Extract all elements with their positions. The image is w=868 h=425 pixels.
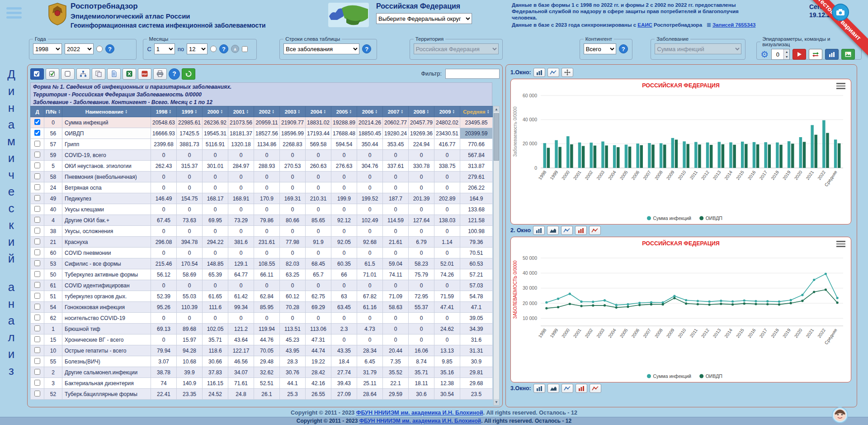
row-checkbox[interactable] [34, 184, 40, 190]
row-checkbox[interactable] [34, 173, 40, 179]
row-checkbox[interactable] [34, 206, 40, 212]
window3-red-bar-chart-button[interactable] [576, 384, 587, 393]
year-to-select[interactable]: 2022 [65, 43, 94, 54]
table-refresh-button[interactable] [182, 68, 195, 80]
pdf-export-button[interactable]: PDF [138, 68, 151, 80]
column-header[interactable]: П/№▲▼ [44, 106, 62, 117]
gear-icon[interactable]: ⚙ [760, 50, 769, 59]
scroll-up-icon[interactable]: ▲ [494, 106, 499, 112]
window3-red-line-chart-button[interactable] [590, 384, 601, 393]
years-mode-radio[interactable] [96, 46, 103, 52]
row-checkbox[interactable] [34, 239, 40, 244]
institute-link[interactable]: ФБУН ННИИЭМ им. академика И.Н. Блохиной [356, 410, 483, 416]
window2-area-chart-button[interactable] [547, 226, 559, 235]
column-header[interactable]: 2007▲▼ [383, 106, 409, 117]
table-row[interactable]: 40Укусы клещами000000000000133.68 [31, 204, 493, 215]
row-checkbox[interactable] [34, 141, 40, 147]
row-checkbox[interactable] [34, 260, 40, 266]
table-filter-input[interactable] [445, 69, 500, 79]
scrollbar-thumb[interactable] [494, 113, 499, 161]
window2-red-line-chart-button[interactable] [589, 226, 601, 235]
table-row[interactable]: 52Туберк.бациллярные формы22.4123.3524.5… [31, 389, 493, 400]
tree-view-button[interactable] [76, 68, 90, 80]
month-to-select[interactable]: 12 [187, 43, 208, 54]
table-row[interactable]: 15Хронические ВГ - всего015.9735.7143.64… [31, 334, 493, 345]
window3-bar-chart-button[interactable] [533, 384, 545, 393]
row-checkbox[interactable] [34, 293, 40, 299]
row-checkbox[interactable] [34, 358, 40, 364]
column-header[interactable]: 2005▲▼ [331, 106, 357, 117]
row-checkbox[interactable] [34, 282, 40, 288]
rows-help-icon[interactable]: ? [362, 44, 371, 53]
contingent-select[interactable]: Всего [584, 43, 616, 54]
report-button[interactable] [107, 68, 121, 80]
table-row[interactable]: 49Педикулез146.49154.75168.17168.91170.9… [31, 193, 493, 204]
row-checkbox[interactable] [34, 119, 40, 125]
row-checkbox[interactable] [34, 315, 40, 320]
check-rows-button[interactable] [46, 68, 59, 80]
chart2-menu-icon[interactable] [836, 241, 845, 248]
table-row[interactable]: 53Сифилис - все формы215.46170.54148.851… [31, 258, 493, 269]
epid-counter-input[interactable] [772, 49, 783, 59]
table-scrollbar[interactable]: ▲ ▼ [493, 106, 500, 406]
row-checkbox[interactable] [34, 162, 40, 168]
row-checkbox[interactable] [34, 152, 40, 158]
table-row[interactable]: 54Гонококковая инфекция95.26110.39111.69… [31, 302, 493, 313]
row-checkbox[interactable] [34, 369, 40, 375]
column-header[interactable]: 2000▲▼ [203, 106, 228, 117]
row-checkbox[interactable] [34, 271, 40, 277]
records-count-link[interactable]: Записей 7655343 [712, 22, 755, 28]
column-header[interactable]: 2001▲▼ [228, 106, 254, 117]
row-checkbox[interactable] [34, 195, 40, 201]
column-header[interactable]: 2002▲▼ [254, 106, 280, 117]
epid-spinner[interactable]: ▲▼ [783, 49, 789, 59]
row-checkbox[interactable] [34, 380, 40, 386]
window2-red-bar-chart-button[interactable] [575, 226, 587, 235]
row-checkbox[interactable] [34, 249, 40, 255]
select-all-button[interactable] [30, 68, 44, 80]
row-checkbox[interactable] [34, 228, 40, 234]
table-row[interactable]: 58Пневмония (внебольничная)0000000000002… [31, 172, 493, 182]
assistant-avatar[interactable] [832, 407, 848, 423]
table-row[interactable]: 5ОКИ неустанов. этиологии262.43315.37301… [31, 161, 493, 172]
disease-select[interactable]: Сумма инфекций [655, 43, 741, 54]
column-header[interactable]: Наименование▲▼ [62, 106, 151, 117]
window3-line-chart-button[interactable] [561, 384, 573, 393]
window1-move-button[interactable] [561, 68, 573, 77]
table-row[interactable]: 55Болезнь(ВИЧ)3.0710.6830.6646.5629.4828… [31, 356, 493, 367]
column-header[interactable]: 2004▲▼ [306, 106, 331, 117]
column-header[interactable]: 2008▲▼ [409, 106, 434, 117]
diseases-filter-select[interactable]: Все заболевания [283, 43, 359, 54]
column-header[interactable]: 2006▲▼ [357, 106, 383, 117]
table-row[interactable]: 56ОИВДП16666.9317425.519545.3118181.3718… [31, 128, 493, 139]
table-row[interactable]: 62носительство COVID-1900000000000039.05 [31, 313, 493, 324]
institute-link-strip[interactable]: ФБУН ННИИЭМ им. академика И.Н. Блохиной [359, 418, 481, 424]
row-checkbox[interactable] [34, 304, 40, 310]
column-header[interactable]: 2003▲▼ [280, 106, 306, 117]
window1-line-chart-button[interactable] [547, 68, 559, 77]
year-from-select[interactable]: 1998 [33, 43, 62, 54]
print-button[interactable] [153, 68, 167, 80]
menu-icon[interactable] [6, 7, 22, 21]
window1-bar-chart-button[interactable] [533, 68, 545, 77]
excel-export-button[interactable] [123, 68, 136, 80]
season-icon[interactable]: ѧ [231, 45, 239, 53]
window2-bar-chart-button[interactable] [533, 226, 545, 235]
territory-select[interactable]: Российская Федерация [414, 43, 499, 54]
federal-district-select[interactable]: Выберите Федеральный округ [376, 13, 472, 24]
visualize-button[interactable] [825, 49, 839, 60]
table-row[interactable]: 0Сумма инфекций20548.6322985.6126236.922… [31, 117, 493, 128]
screenshot-camera-button[interactable] [832, 4, 849, 21]
table-row[interactable]: 2Другие сальмонел.инфекции38.7839.937.83… [31, 367, 493, 378]
table-row[interactable]: 59COVID-19, всего000000000000567.84 [31, 150, 493, 161]
row-checkbox[interactable] [34, 347, 40, 353]
run-button[interactable] [793, 49, 806, 60]
image-export-button[interactable] [841, 49, 855, 60]
table-row[interactable]: 10Острые гепатиты - всего79.9494.28118.6… [31, 345, 493, 356]
table-row[interactable]: 60COVID пневмонии00000000000070.51 [31, 248, 493, 258]
row-checkbox[interactable] [34, 217, 40, 223]
scroll-down-icon[interactable]: ▼ [494, 399, 499, 405]
table-help-button[interactable]: ? [169, 68, 180, 80]
row-checkbox[interactable] [34, 325, 40, 331]
column-header[interactable]: 1998▲▼ [151, 106, 177, 117]
